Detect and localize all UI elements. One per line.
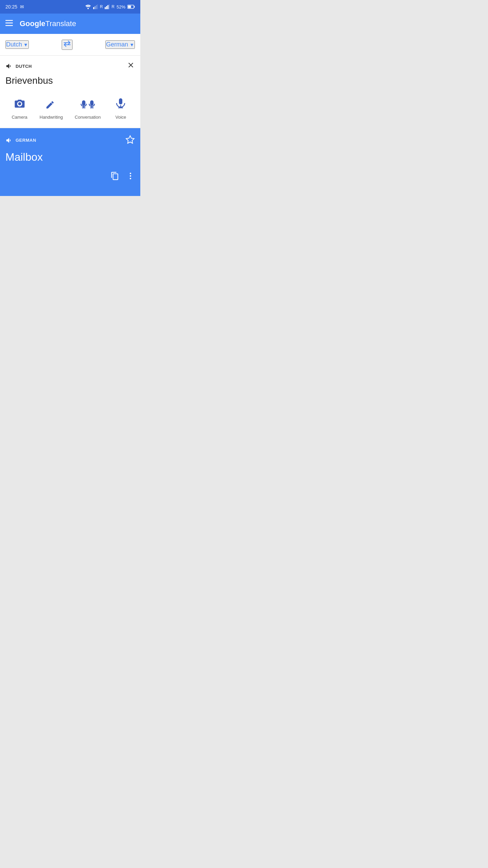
input-header: DUTCH [5,61,135,71]
svg-rect-12 [5,20,13,21]
svg-rect-18 [90,100,94,106]
target-language-button[interactable]: German ▼ [105,40,135,49]
voice-icon-container [113,96,129,112]
translation-text-display: Mailbox [5,151,135,163]
swap-languages-button[interactable] [62,40,73,50]
target-lang-arrow-icon: ▼ [129,42,134,47]
svg-rect-1 [93,7,94,9]
handwriting-icon [45,98,57,110]
app-title: Google Translate [20,19,76,28]
translation-lang-text: GERMAN [16,138,36,143]
voice-tool-button[interactable]: Voice [113,96,129,120]
conversation-tool-button[interactable]: Conversation [75,96,101,120]
signal-icon-1 [93,4,98,9]
camera-label: Camera [12,115,27,120]
voice-label: Voice [115,115,126,120]
battery-icon [127,5,135,9]
input-area: DUTCH Brievenbus Camera [0,56,140,128]
wifi-icon [85,4,91,9]
translation-header: GERMAN [5,135,135,145]
status-icons: R R 52% [85,4,135,9]
svg-point-0 [87,8,89,9]
handwriting-icon-container [43,96,59,112]
svg-point-26 [130,175,131,177]
conversation-label: Conversation [75,115,101,120]
language-selector: Dutch ▼ German ▼ [0,34,140,56]
svg-rect-15 [82,100,85,106]
swap-icon [62,40,72,47]
svg-rect-8 [109,4,109,9]
handwriting-label: Handwriting [40,115,63,120]
voice-icon [115,98,126,110]
translation-lang-label: GERMAN [5,137,36,144]
hamburger-button[interactable] [5,20,13,28]
input-tools: Camera Handwriting [5,93,135,122]
status-bar: 20:25 ✉ R R 52% [0,0,140,14]
conversation-icon-container [80,96,96,112]
source-lang-arrow-icon: ▼ [23,42,28,47]
more-vertical-icon [126,172,135,180]
signal-icon-2 [105,4,109,9]
handwriting-tool-button[interactable]: Handwriting [40,96,63,120]
battery-percentage: 52% [117,4,125,9]
notification-icon: ✉ [20,4,24,9]
source-language-label: Dutch [6,41,22,48]
input-lang-label: DUTCH [5,62,32,70]
input-speaker-icon[interactable] [5,62,13,70]
svg-rect-2 [95,6,96,9]
svg-rect-10 [134,6,135,8]
camera-tool-button[interactable]: Camera [12,96,28,120]
more-options-button[interactable] [126,172,135,181]
svg-rect-7 [107,5,108,9]
copy-icon [110,172,119,180]
translation-footer [5,172,135,181]
svg-rect-21 [119,98,122,104]
close-icon [127,61,135,69]
target-language-label: German [106,41,128,48]
app-title-translate: Translate [45,19,76,28]
camera-icon [14,98,26,110]
bottom-empty-area [0,196,140,298]
status-time: 20:25 ✉ [5,4,24,9]
svg-rect-5 [105,7,106,9]
svg-marker-24 [126,136,134,143]
copy-translation-button[interactable] [110,172,119,181]
star-icon [125,135,135,144]
time-display: 20:25 [5,4,17,9]
r-label-1: R [100,4,103,9]
clear-input-button[interactable] [127,61,135,71]
translation-area: GERMAN Mailbox [0,128,140,196]
save-translation-button[interactable] [125,135,135,145]
camera-icon-container [12,96,28,112]
app-title-google: Google [20,19,45,28]
svg-rect-13 [5,22,13,23]
svg-rect-11 [128,6,131,8]
svg-rect-6 [106,6,107,9]
svg-rect-3 [96,5,97,9]
svg-rect-4 [97,4,98,9]
translation-speaker-icon[interactable] [5,137,13,144]
conversation-icon [80,98,95,110]
source-language-button[interactable]: Dutch ▼ [5,40,29,49]
r-label-2: R [111,4,115,9]
svg-rect-14 [5,25,13,26]
app-header: Google Translate [0,14,140,34]
input-lang-text: DUTCH [16,64,32,69]
svg-point-25 [130,173,131,174]
input-text-display[interactable]: Brievenbus [5,75,135,86]
svg-point-27 [130,178,131,179]
